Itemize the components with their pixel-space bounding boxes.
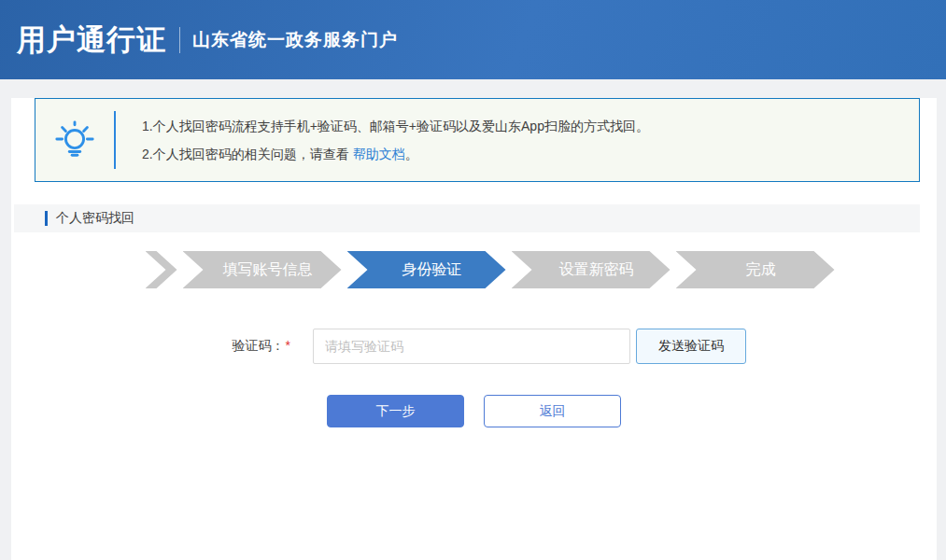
- notice-box: 1.个人找回密码流程支持手机+验证码、邮箱号+验证码以及爱山东App扫脸的方式找…: [35, 98, 920, 182]
- notice-line-2: 2.个人找回密码的相关问题，请查看帮助文档。: [142, 140, 649, 168]
- required-asterisk: *: [286, 338, 290, 353]
- wizard-start-chevron-icon: [146, 251, 177, 288]
- brand-divider: [179, 27, 180, 53]
- captcha-input[interactable]: [313, 329, 630, 364]
- section-title: 个人密码找回: [56, 210, 134, 227]
- back-button[interactable]: 返回: [484, 395, 621, 427]
- action-buttons: 下一步 返回: [28, 395, 920, 427]
- next-step-button[interactable]: 下一步: [327, 395, 464, 427]
- help-doc-link[interactable]: 帮助文档: [353, 147, 405, 161]
- notice-text: 1.个人找回密码流程支持手机+验证码、邮箱号+验证码以及爱山东App扫脸的方式找…: [116, 112, 649, 168]
- captcha-label: 验证码：*: [202, 338, 290, 355]
- header: 用户通行证 山东省统一政务服务门户: [0, 0, 946, 79]
- main-card: 1.个人找回密码流程支持手机+验证码、邮箱号+验证码以及爱山东App扫脸的方式找…: [11, 98, 937, 560]
- section-title-bar: [45, 211, 48, 226]
- send-code-button[interactable]: 发送验证码: [636, 329, 746, 364]
- step-set-new-password: 设置新密码: [512, 251, 671, 288]
- lightbulb-icon: [35, 119, 114, 161]
- notice-line-1: 1.个人找回密码流程支持手机+验证码、邮箱号+验证码以及爱山东App扫脸的方式找…: [142, 112, 649, 140]
- captcha-form-row: 验证码：* 发送验证码: [28, 329, 920, 364]
- step-identity-verification: 身份验证: [347, 251, 506, 288]
- section-title-row: 个人密码找回: [14, 204, 920, 232]
- step-complete: 完成: [676, 251, 835, 288]
- brand-title: 用户通行证: [17, 21, 166, 60]
- step-fill-account-info: 填写账号信息: [183, 251, 342, 288]
- step-wizard: 填写账号信息 身份验证 设置新密码 完成: [28, 251, 920, 288]
- portal-subtitle: 山东省统一政务服务门户: [192, 28, 398, 52]
